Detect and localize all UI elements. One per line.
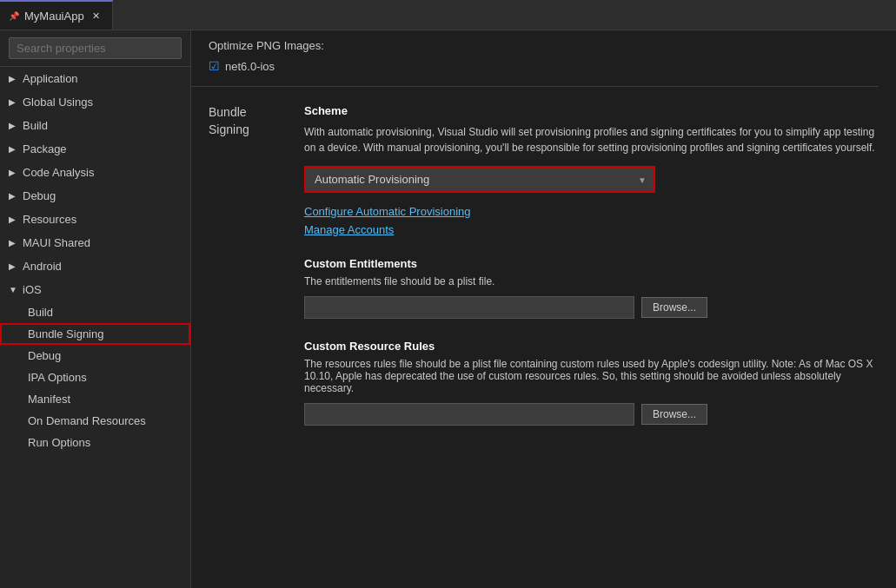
sidebar-subitem-bundle-signing[interactable]: Bundle Signing [0,323,190,345]
provisioning-dropdown[interactable]: Automatic Provisioning Manual Provisioni… [306,168,654,191]
tab-close-button[interactable]: ✕ [90,9,103,23]
custom-entitlements-title: Custom Entitlements [304,257,879,270]
sidebar-label-package: Package [23,142,67,155]
sidebar-item-application[interactable]: ▶ Application [0,67,190,90]
bundle-signing-section: BundleSigning Scheme With automatic prov… [191,87,879,426]
chevron-right-icon: ▶ [9,168,23,177]
manage-accounts-link[interactable]: Manage Accounts [304,223,879,236]
sidebar-item-debug[interactable]: ▶ Debug [0,184,190,208]
sidebar-subitem-ios-debug[interactable]: Debug [0,345,190,367]
sidebar-label-build: Build [23,119,48,132]
top-section: Optimize PNG Images: ☑ net6.0-ios [191,30,879,87]
ipa-options-label: IPA Options [28,371,87,384]
chevron-down-icon: ▼ [9,285,23,294]
main-content: ▶ Application ▶ Global Usings ▶ Build ▶ … [0,30,896,588]
tab-bar: 📌 MyMauiApp ✕ [0,0,896,30]
bundle-signing-section-label: BundleSigning [191,104,304,426]
custom-entitlements-section: Custom Entitlements The entitlements fil… [304,257,879,319]
sidebar-subitem-run-options[interactable]: Run Options [0,432,190,453]
chevron-right-icon: ▶ [9,97,23,107]
chevron-right-icon: ▶ [9,261,23,271]
ios-subitems: Build Bundle Signing Debug IPA Options M… [0,301,190,453]
resource-rules-file-input[interactable] [304,403,634,426]
sidebar-label-ios: iOS [23,283,42,296]
sidebar-label-application: Application [23,72,78,85]
sidebar-label-debug: Debug [23,189,56,202]
sidebar-label-resources: Resources [23,213,76,226]
ios-debug-label: Debug [28,349,61,362]
manifest-label: Manifest [28,393,70,406]
custom-entitlements-desc: The entitlements file should be a plist … [304,275,879,287]
bundle-signing-label: Bundle Signing [28,327,103,340]
sidebar-section-ios: ▼ iOS Build Bundle Signing Debug IPA Opt… [0,278,190,453]
sidebar-subitem-manifest[interactable]: Manifest [0,388,190,410]
sidebar-item-build[interactable]: ▶ Build [0,114,190,137]
entitlements-browse-button[interactable]: Browse... [641,297,707,318]
sidebar-item-maui-shared[interactable]: ▶ MAUI Shared [0,231,190,254]
bundle-signing-content: Scheme With automatic provisioning, Visu… [304,104,879,426]
run-options-label: Run Options [28,436,90,449]
chevron-right-icon: ▶ [9,191,23,201]
on-demand-resources-label: On Demand Resources [28,414,146,427]
tab-mymauiapp[interactable]: 📌 MyMauiApp ✕ [0,0,113,30]
sidebar-label-maui-shared: MAUI Shared [23,236,90,249]
configure-auto-link[interactable]: Configure Automatic Provisioning [304,205,879,218]
sidebar: ▶ Application ▶ Global Usings ▶ Build ▶ … [0,30,191,588]
sidebar-item-ios[interactable]: ▼ iOS [0,278,190,301]
chevron-right-icon: ▶ [9,238,23,248]
checkbox-row: ☑ net6.0-ios [209,59,879,73]
sidebar-item-resources[interactable]: ▶ Resources [0,208,190,231]
checkbox-label: net6.0-ios [225,60,275,73]
dropdown-container: Automatic Provisioning Manual Provisioni… [306,168,654,191]
sidebar-subitem-on-demand-resources[interactable]: On Demand Resources [0,410,190,432]
sidebar-subitem-ipa-options[interactable]: IPA Options [0,367,190,388]
sidebar-item-android[interactable]: ▶ Android [0,254,190,278]
scheme-title: Scheme [304,104,879,117]
entitlements-file-input[interactable] [304,296,634,319]
chevron-right-icon: ▶ [9,215,23,224]
sidebar-label-android: Android [23,260,62,273]
resource-rules-file-row: Browse... [304,403,879,426]
content-area: Optimize PNG Images: ☑ net6.0-ios Bundle… [191,30,896,588]
provisioning-dropdown-wrapper: Automatic Provisioning Manual Provisioni… [304,166,655,193]
custom-resource-rules-section: Custom Resource Rules The resources rule… [304,340,879,426]
optimize-label: Optimize PNG Images: [209,39,879,52]
checkbox-checked-icon[interactable]: ☑ [209,59,220,73]
sidebar-item-package[interactable]: ▶ Package [0,137,190,161]
scheme-description: With automatic provisioning, Visual Stud… [304,124,879,155]
chevron-right-icon: ▶ [9,121,23,130]
sidebar-item-code-analysis[interactable]: ▶ Code Analysis [0,161,190,184]
content-panel: Optimize PNG Images: ☑ net6.0-ios Bundle… [191,30,896,588]
sidebar-subitem-ios-build[interactable]: Build [0,301,190,323]
pin-icon: 📌 [9,11,19,21]
custom-resource-rules-title: Custom Resource Rules [304,340,879,353]
chevron-right-icon: ▶ [9,144,23,154]
sidebar-label-global-usings: Global Usings [23,96,93,109]
ios-build-label: Build [28,306,53,319]
sidebar-item-global-usings[interactable]: ▶ Global Usings [0,90,190,114]
sidebar-label-code-analysis: Code Analysis [23,166,94,179]
tab-title: MyMauiApp [24,10,84,23]
chevron-right-icon: ▶ [9,74,23,83]
entitlements-file-row: Browse... [304,296,879,319]
resource-rules-browse-button[interactable]: Browse... [641,404,707,425]
search-input[interactable] [9,37,182,59]
search-bar [0,30,190,67]
custom-resource-rules-desc: The resources rules file should be a pli… [304,358,879,394]
